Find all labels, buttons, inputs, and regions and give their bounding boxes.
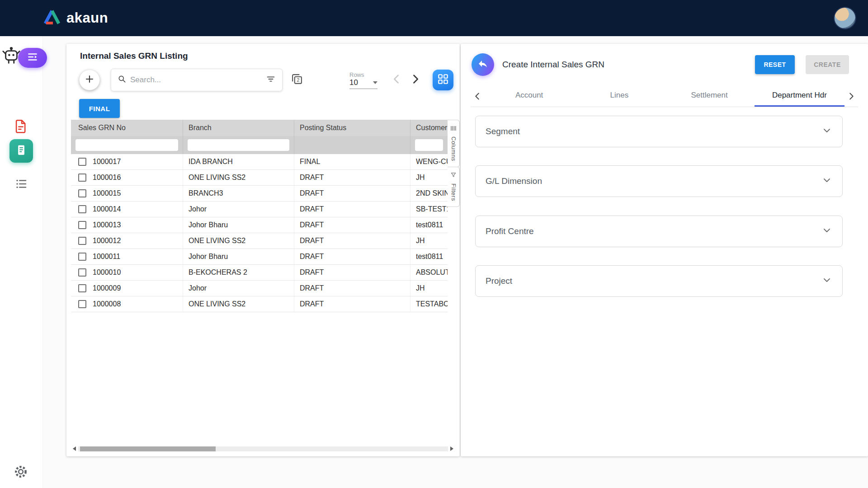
final-filter-button[interactable]: FINAL: [79, 99, 120, 118]
cell-posting-status: DRAFT: [294, 296, 410, 312]
grid-view-button[interactable]: [433, 70, 453, 90]
drag-handle-icon: [450, 125, 457, 133]
list-icon: [14, 177, 28, 192]
profit-centre-dropdown[interactable]: Profit Centre: [475, 216, 843, 247]
header-customer[interactable]: Customer N: [410, 120, 448, 136]
cell-posting-status: DRAFT: [294, 186, 410, 201]
duplicate-view-icon[interactable]: 2: [291, 73, 303, 87]
rows-per-page-control[interactable]: Rows 10: [349, 71, 377, 89]
table-row[interactable]: 1000010 B-EKOCHERAS 2 DRAFT ABSOLUTE: [71, 265, 448, 281]
top-navbar: akaun: [0, 0, 868, 36]
scroll-left-arrow-icon[interactable]: [73, 446, 76, 451]
next-page-button[interactable]: [409, 73, 422, 87]
cell-customer: test0811: [410, 217, 448, 233]
brand-logo[interactable]: akaun: [43, 9, 108, 27]
cell-branch: BRANCH3: [183, 186, 294, 201]
tab-lines[interactable]: Lines: [574, 85, 664, 107]
cell-sales-grn-no: 1000008: [93, 300, 121, 308]
row-checkbox[interactable]: [78, 268, 86, 277]
search-input[interactable]: [130, 75, 262, 84]
tab-account[interactable]: Account: [484, 85, 574, 107]
filter-list-icon[interactable]: [266, 74, 276, 86]
reset-button[interactable]: RESET: [755, 55, 795, 74]
cell-sales-grn-no: 1000012: [93, 237, 121, 245]
caret-down-icon: [373, 81, 377, 84]
add-button[interactable]: [79, 70, 100, 90]
back-button[interactable]: [472, 53, 494, 76]
prev-page-button[interactable]: [390, 73, 403, 87]
cell-posting-status: DRAFT: [294, 249, 410, 264]
cell-customer: TESTABCDG: [410, 296, 448, 312]
row-checkbox[interactable]: [78, 174, 86, 182]
table-row[interactable]: 1000014 Johor DRAFT SB-TEST10: [71, 202, 448, 217]
header-posting-status[interactable]: Posting Status: [294, 120, 410, 136]
table-row[interactable]: 1000009 Johor DRAFT JH: [71, 281, 448, 296]
table-row[interactable]: 1000016 ONE LIVING SS2 DRAFT JH: [71, 170, 448, 186]
panel-header: Create Internal Sales GRN RESET CREATE: [472, 53, 849, 76]
billing-document-icon: [14, 143, 28, 159]
cell-posting-status: DRAFT: [294, 217, 410, 233]
filter-sales-grn-no-input[interactable]: [75, 139, 178, 151]
scroll-right-arrow-icon[interactable]: [450, 446, 453, 451]
table-row[interactable]: 1000012 ONE LIVING SS2 DRAFT JH: [71, 233, 448, 249]
cell-branch: Johor: [183, 202, 294, 217]
create-button[interactable]: CREATE: [806, 55, 849, 74]
tabs-scroll-right-button[interactable]: [844, 85, 858, 107]
row-checkbox[interactable]: [78, 284, 86, 292]
row-checkbox[interactable]: [78, 221, 86, 229]
columns-tab-label: Columns: [450, 136, 457, 161]
create-grn-panel: Create Internal Sales GRN RESET CREATE A…: [461, 44, 868, 456]
search-box: [111, 69, 283, 91]
sidebar-item-list[interactable]: [14, 177, 28, 192]
scrollbar-thumb[interactable]: [80, 446, 216, 451]
cell-branch: ONE LIVING SS2: [183, 296, 294, 312]
sidebar-item-billing[interactable]: [9, 139, 33, 163]
cell-sales-grn-no: 1000011: [93, 253, 120, 261]
assistant-widget[interactable]: [1, 47, 47, 69]
chevron-down-icon: [821, 175, 832, 188]
cell-branch: ONE LIVING SS2: [183, 170, 294, 185]
table-row[interactable]: 1000008 ONE LIVING SS2 DRAFT TESTABCDG: [71, 296, 448, 312]
cell-customer: WENG-CUS: [410, 154, 448, 169]
table-row[interactable]: 1000015 BRANCH3 DRAFT 2ND SKIN: [71, 186, 448, 202]
user-avatar[interactable]: [834, 7, 856, 29]
tab-settlement[interactable]: Settlement: [665, 85, 755, 107]
rows-select[interactable]: 10: [349, 78, 377, 89]
cell-sales-grn-no: 1000013: [93, 221, 121, 229]
project-dropdown[interactable]: Project: [475, 265, 843, 297]
tab-department-hdr[interactable]: Department Hdr: [755, 85, 844, 107]
row-checkbox[interactable]: [78, 237, 86, 245]
row-checkbox[interactable]: [78, 158, 86, 166]
header-branch[interactable]: Branch: [183, 120, 294, 136]
header-sales-grn-no[interactable]: Sales GRN No: [71, 120, 183, 136]
row-checkbox[interactable]: [78, 189, 86, 197]
sidebar-item-pdf[interactable]: [13, 118, 28, 136]
filter-posting-status-cell: [294, 136, 410, 154]
cell-posting-status: DRAFT: [294, 281, 410, 296]
filter-customer-input[interactable]: [415, 139, 443, 151]
assistant-menu-button[interactable]: [18, 48, 47, 68]
table-row[interactable]: 1000017 IDA BRANCH FINAL WENG-CUS: [71, 154, 448, 170]
cell-customer: test0811: [410, 249, 448, 264]
funnel-icon: [450, 172, 457, 180]
grn-table: Sales GRN No Branch Posting Status Custo…: [71, 120, 448, 312]
columns-side-tab[interactable]: Columns: [448, 120, 460, 167]
cell-branch: Johor Bharu: [183, 249, 294, 264]
chevron-down-icon: [821, 225, 832, 238]
table-row[interactable]: 1000013 Johor Bharu DRAFT test0811: [71, 217, 448, 233]
scrollbar-track[interactable]: [78, 446, 448, 451]
segment-dropdown[interactable]: Segment: [475, 116, 843, 147]
tabs-scroll-left-button[interactable]: [471, 85, 484, 107]
gl-dimension-dropdown[interactable]: G/L Dimension: [475, 165, 843, 197]
table-row[interactable]: 1000011 Johor Bharu DRAFT test0811: [71, 249, 448, 265]
sidebar-item-settings[interactable]: [14, 465, 28, 481]
cell-branch: Johor Bharu: [183, 217, 294, 233]
row-checkbox[interactable]: [78, 253, 86, 261]
filter-branch-input[interactable]: [188, 139, 289, 151]
pdf-file-icon: [13, 118, 28, 136]
row-checkbox[interactable]: [78, 205, 86, 213]
filters-side-tab[interactable]: Filters: [448, 167, 460, 207]
row-checkbox[interactable]: [78, 300, 86, 308]
cell-posting-status: DRAFT: [294, 233, 410, 249]
chevron-down-icon: [821, 275, 832, 287]
